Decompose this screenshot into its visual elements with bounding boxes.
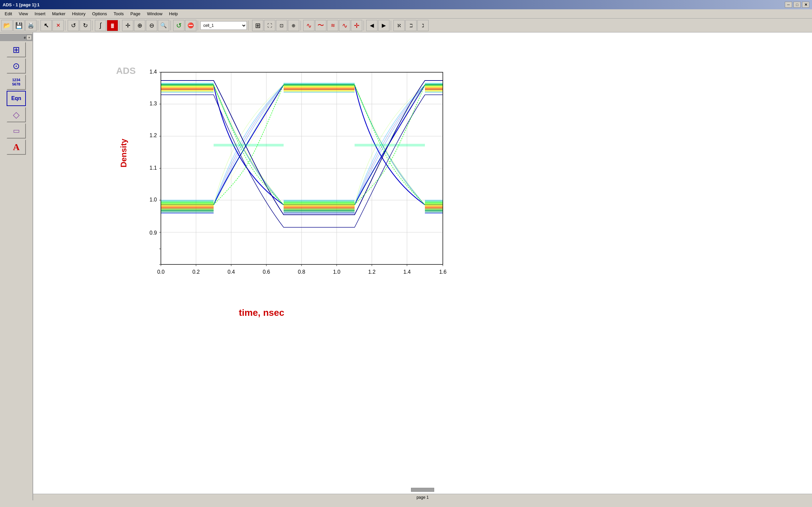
svg-rect-50 xyxy=(284,83,355,93)
chart-ads-label: ADS xyxy=(116,66,136,76)
prev-button[interactable]: ◀ xyxy=(366,20,377,31)
sidebar-tool-rect[interactable]: ▭ xyxy=(7,123,26,138)
curve-button[interactable] xyxy=(95,20,106,31)
zoom-area-button[interactable] xyxy=(158,20,169,31)
y-axis-label: Density xyxy=(119,139,129,168)
menu-edit[interactable]: Edit xyxy=(1,10,15,17)
svg-text:1.4: 1.4 xyxy=(403,269,411,275)
menu-bar: Edit View Insert Marker History Options … xyxy=(0,9,812,18)
svg-text:1.0: 1.0 xyxy=(333,269,340,275)
maximize-btn[interactable]: □ xyxy=(794,2,801,8)
separator-1 xyxy=(38,20,39,31)
separator-8 xyxy=(301,20,302,31)
svg-rect-51 xyxy=(425,83,443,93)
x-axis-label: time, nsec xyxy=(239,307,284,318)
cursor-button[interactable] xyxy=(41,20,52,31)
zoom-fit-button[interactable]: ⊡ xyxy=(276,20,287,31)
menu-view[interactable]: View xyxy=(15,10,31,17)
page-text: page 1 xyxy=(417,495,429,500)
sidebar-tool-arrow[interactable]: ◇ xyxy=(7,107,26,122)
zoom-out-button[interactable]: ⊖ xyxy=(146,20,157,31)
close-btn[interactable]: ✕ xyxy=(802,2,809,8)
menu-page[interactable]: Page xyxy=(127,10,144,17)
sidebar-tool-equation[interactable]: Eqn xyxy=(7,91,26,106)
svg-text:0.2: 0.2 xyxy=(192,269,200,275)
zoom-in-button[interactable]: ⊕ xyxy=(134,20,145,31)
main-area: e × ⊞ ⊙ 12345678 Eqn ◇ ▭ A ADS Density t… xyxy=(0,33,812,500)
waveform-z-button[interactable]: ℷ xyxy=(417,20,428,31)
separator-6 xyxy=(198,20,199,31)
waveform-x-button[interactable]: ℵ xyxy=(393,20,405,31)
sidebar-tool-number[interactable]: 12345678 xyxy=(7,74,26,90)
next-button[interactable]: ▶ xyxy=(378,20,390,31)
undo-button[interactable] xyxy=(68,20,79,31)
sidebar-tool-grid[interactable]: ⊞ xyxy=(7,42,26,57)
menu-window[interactable]: Window xyxy=(144,10,165,17)
svg-text:0.0: 0.0 xyxy=(157,269,164,275)
open-button[interactable] xyxy=(1,20,13,31)
menu-help[interactable]: Help xyxy=(166,10,182,17)
wave4-button[interactable]: ∿ xyxy=(339,20,350,31)
markers-button[interactable]: ⊕ xyxy=(288,20,299,31)
right-toolbar: ⊞ ⛶ ⊡ ⊕ ∿ 〜 ≋ ∿ ✛ ◀ ▶ ℵ ℶ ℷ xyxy=(252,20,428,31)
svg-text:1.2: 1.2 xyxy=(150,132,157,138)
menu-insert[interactable]: Insert xyxy=(31,10,49,17)
sidebar-header-text: e xyxy=(24,36,26,40)
move-button[interactable] xyxy=(122,20,133,31)
menu-marker[interactable]: Marker xyxy=(49,10,69,17)
svg-text:1.1: 1.1 xyxy=(150,165,157,171)
sidebar-close-btn[interactable]: × xyxy=(27,35,32,40)
stop-button[interactable] xyxy=(185,20,196,31)
svg-text:0.8: 0.8 xyxy=(298,269,305,275)
print-button[interactable] xyxy=(25,20,37,31)
sidebar: e × ⊞ ⊙ 12345678 Eqn ◇ ▭ A xyxy=(0,33,33,500)
svg-text:0.6: 0.6 xyxy=(263,269,270,275)
redo-button[interactable] xyxy=(80,20,91,31)
save-button[interactable] xyxy=(13,20,24,31)
title-bar-controls[interactable]: ─ □ ✕ xyxy=(785,2,809,8)
sidebar-tool-text[interactable]: A xyxy=(7,139,26,155)
marker-cross-button[interactable]: ✛ xyxy=(351,20,362,31)
title-bar: ADS - 1 [page 1]:1 ─ □ ✕ xyxy=(0,0,812,9)
status-bar: page 1 xyxy=(33,494,812,500)
separator-2 xyxy=(65,20,66,31)
separator-10 xyxy=(391,20,392,31)
svg-rect-52 xyxy=(161,200,214,214)
title-bar-text: ADS - 1 [page 1]:1 xyxy=(3,2,40,7)
svg-text:1.0: 1.0 xyxy=(150,197,157,203)
refresh-button[interactable] xyxy=(173,20,185,31)
svg-text:1.4: 1.4 xyxy=(150,69,157,74)
snap-grid-button[interactable]: ⊞ xyxy=(252,20,263,31)
separator-9 xyxy=(363,20,365,31)
svg-rect-49 xyxy=(161,83,214,93)
cross-button[interactable] xyxy=(52,20,64,31)
wave1-button[interactable]: ∿ xyxy=(303,20,314,31)
separator-7 xyxy=(248,20,249,31)
separator-5 xyxy=(170,20,172,31)
svg-text:0.4: 0.4 xyxy=(227,269,235,275)
sidebar-tool-globe[interactable]: ⊙ xyxy=(7,58,26,73)
svg-text:0.9: 0.9 xyxy=(150,230,157,236)
graph-button[interactable]: ▓ xyxy=(107,20,118,31)
svg-text:1.3: 1.3 xyxy=(150,101,157,106)
svg-text:1.2: 1.2 xyxy=(368,269,375,275)
fit-button[interactable]: ⛶ xyxy=(264,20,275,31)
toolbar: ▓ ⊕ ⊖ cell_1 ⊞ ⛶ ⊡ ⊕ ∿ 〜 ≋ ∿ ✛ ◀ ▶ ℵ ℶ ℷ xyxy=(0,18,812,33)
sidebar-header: e × xyxy=(0,34,33,41)
menu-options[interactable]: Options xyxy=(89,10,110,17)
waveform-y-button[interactable]: ℶ xyxy=(405,20,417,31)
wave2-button[interactable]: 〜 xyxy=(315,20,326,31)
separator-3 xyxy=(92,20,94,31)
svg-rect-54 xyxy=(425,200,443,214)
scroll-thumb[interactable] xyxy=(411,488,434,492)
minimize-btn[interactable]: ─ xyxy=(785,2,792,8)
cell-dropdown[interactable]: cell_1 xyxy=(200,21,247,30)
wave3-button[interactable]: ≋ xyxy=(327,20,338,31)
svg-rect-53 xyxy=(284,200,355,214)
separator-4 xyxy=(119,20,121,31)
menu-history[interactable]: History xyxy=(69,10,89,17)
chart-svg: 1.4 1.3 1.2 1.1 1.0 0.9 0.0 0.2 0.4 0.6 … xyxy=(134,66,450,297)
canvas-area: ADS Density time, nsec xyxy=(33,33,812,500)
menu-tools[interactable]: Tools xyxy=(110,10,127,17)
svg-text:1.6: 1.6 xyxy=(439,269,447,275)
